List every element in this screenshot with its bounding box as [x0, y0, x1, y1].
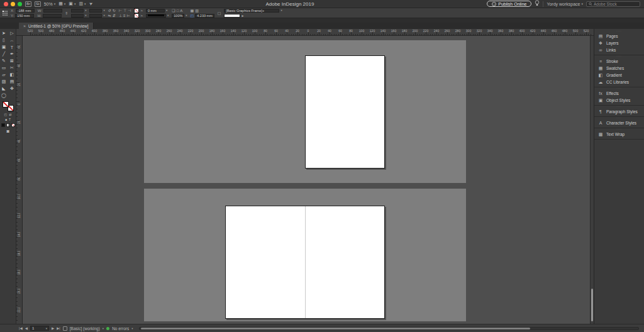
screen-mode-toggle[interactable]: ◙	[6, 129, 9, 133]
align-bottom-icon[interactable]: ⊥	[119, 14, 122, 18]
more-options-icon[interactable]: ▸	[242, 14, 243, 18]
height-field[interactable]	[43, 14, 62, 18]
vertical-ruler[interactable]: 604020020406080100120140160180200220	[16, 36, 23, 324]
tool-zoom-tool[interactable]: ◯	[0, 92, 8, 99]
preflight-profile[interactable]: [Basic] (working)	[70, 326, 100, 331]
horizontal-scrollbar-thumb[interactable]	[141, 328, 530, 329]
fill-swatch-none[interactable]	[134, 8, 139, 13]
publish-online-button[interactable]: ↑ Publish Online	[487, 1, 531, 7]
panel-tab-layers[interactable]: ❖Layers	[594, 40, 644, 47]
formatting-affects-container-icon[interactable]: ■	[5, 118, 7, 121]
zoom-window-button[interactable]	[18, 2, 22, 6]
panel-tab-paragraph-styles[interactable]: ¶Paragraph Styles	[594, 108, 644, 115]
panel-tab-character-styles[interactable]: ACharacter Styles	[594, 119, 644, 126]
tool-line-tool[interactable]: ╱	[0, 51, 8, 57]
y-position-field[interactable]: 150 mm	[15, 14, 34, 18]
rotate-ccw-icon[interactable]: ↺	[108, 9, 111, 13]
scale-x-field[interactable]	[71, 9, 84, 13]
tool-gradient-feather-tool[interactable]: ▨	[0, 79, 8, 85]
document-spread-2-3[interactable]	[225, 206, 385, 319]
vertical-scrollbar[interactable]	[590, 36, 594, 324]
tool-rectangle-tool[interactable]: ▭	[0, 65, 8, 71]
stroke-type-dropdown[interactable]	[146, 14, 166, 18]
stroke-weight-field[interactable]: 0 mm	[146, 9, 165, 13]
tool-pen-tool[interactable]: ✒	[8, 51, 16, 57]
search-input[interactable]	[594, 2, 638, 6]
stroke-menu-arrow[interactable]: >	[140, 14, 143, 18]
learn-bulb-icon[interactable]	[535, 0, 540, 8]
fill-menu-arrow[interactable]: >	[140, 9, 143, 13]
adobe-stock-search[interactable]	[586, 1, 640, 7]
last-page-button[interactable]: ▶|	[57, 326, 60, 330]
bridge-button[interactable]: Br	[25, 1, 31, 7]
pasteboard-viewport[interactable]	[23, 36, 594, 324]
align-top-icon[interactable]: ⊤	[123, 9, 126, 13]
scale-y-field[interactable]	[71, 14, 84, 18]
apply-color-button[interactable]	[1, 123, 5, 127]
rotation-angle-field[interactable]	[89, 9, 102, 13]
tool-content-collector-tool[interactable]: ▣	[0, 44, 8, 50]
horizontal-ruler[interactable]: 5205004804604404204003803603403203002802…	[16, 29, 594, 36]
panel-tab-pages[interactable]: ▤Pages	[594, 33, 644, 40]
tool-pencil-tool[interactable]: ✎	[0, 58, 8, 64]
tool-direct-selection-tool[interactable]: ▷	[8, 30, 16, 36]
tool-free-transform-tool[interactable]: ▱	[0, 72, 8, 78]
panel-tab-text-wrap[interactable]: ▩Text Wrap	[594, 131, 644, 138]
align-right-icon[interactable]: ⊣	[128, 9, 131, 13]
flip-vertical-icon[interactable]: ⇵	[113, 14, 116, 18]
corner-options-icon[interactable]: ◰	[191, 14, 194, 18]
fill-proxy-swatch[interactable]	[3, 101, 9, 108]
shear-angle-field[interactable]	[89, 14, 102, 18]
distribute-icon[interactable]: ≡	[123, 14, 126, 18]
arrange-documents-dropdown[interactable]: ▥ ▾	[79, 1, 86, 6]
swap-fill-stroke-icon[interactable]: ⇄	[9, 113, 11, 116]
apply-gradient-button[interactable]	[6, 123, 10, 127]
effects-icon[interactable]: ❏	[172, 9, 175, 13]
tool-note-tool[interactable]: ▤	[8, 79, 16, 85]
opacity-field[interactable]: 100%	[172, 14, 184, 18]
page-number-dropdown[interactable]: 1 ▾	[30, 326, 49, 331]
default-fill-stroke-icon[interactable]: ◰	[4, 113, 8, 116]
stock-button[interactable]: St	[35, 1, 41, 7]
frame-options-icon[interactable]: ▥	[195, 9, 199, 13]
screen-mode-dropdown[interactable]: ▣ ▾	[69, 1, 75, 6]
panel-tab-cc-libraries[interactable]: ☁CC Libraries	[594, 79, 644, 86]
fill-stroke-proxy[interactable]	[3, 101, 14, 111]
panel-tab-object-styles[interactable]: ▣Object Styles	[594, 97, 644, 104]
view-options-dropdown[interactable]: ▦ ▾	[58, 1, 65, 6]
constrain-proportions-chain-icon[interactable]: ∞	[65, 11, 69, 14]
frame-fitting-icon[interactable]: ▢	[218, 11, 221, 15]
close-tab-icon[interactable]: ×	[23, 24, 26, 28]
panel-tab-swatches[interactable]: ▦Swatches	[594, 65, 644, 72]
tool-selection-tool[interactable]: ➤	[0, 30, 8, 36]
rotate-cw-icon[interactable]: ↻	[113, 9, 116, 13]
zoom-level-dropdown[interactable]: 50% ▾	[44, 2, 56, 6]
first-page-button[interactable]: |◀	[19, 326, 23, 330]
tool-eyedropper-tool[interactable]: ◣	[0, 86, 8, 92]
text-effects-icon[interactable]: A	[180, 9, 182, 13]
document-tab[interactable]: × Untitled-1 @ 50% [GPU Preview]	[19, 23, 94, 29]
width-field[interactable]	[43, 9, 62, 13]
reference-point-proxy[interactable]	[3, 11, 8, 16]
share-icon[interactable]: ➤	[88, 1, 94, 7]
vertical-scrollbar-thumb[interactable]	[591, 289, 593, 321]
previous-page-button[interactable]: ◀	[25, 326, 28, 330]
document-page-1[interactable]	[305, 55, 385, 169]
stroke-swatch-none[interactable]	[134, 13, 139, 18]
formatting-affects-text-icon[interactable]: T	[9, 118, 11, 121]
minimize-window-button[interactable]	[11, 2, 15, 6]
tool-scissors-tool[interactable]: ✂	[8, 65, 16, 71]
horizontal-scrollbar[interactable]	[139, 327, 639, 330]
close-window-button[interactable]	[4, 2, 8, 6]
flip-horizontal-icon[interactable]: ⇋	[108, 14, 111, 18]
wrap-options-icon[interactable]: ▦	[191, 9, 194, 13]
tool-hand-tool[interactable]: ✥	[8, 86, 16, 92]
panel-tab-links[interactable]: ∞Links	[594, 47, 644, 53]
x-position-field[interactable]: -188 mm	[16, 9, 35, 13]
drop-shadow-icon[interactable]: □	[177, 9, 179, 13]
panel-tab-gradient[interactable]: ◧Gradient	[594, 72, 644, 79]
align-left-icon[interactable]: ⊢	[119, 9, 122, 13]
corner-radius-field[interactable]: 4.233 mm	[195, 14, 214, 18]
align-center-icon[interactable]: ⊨	[127, 14, 130, 18]
tool-rectangle-frame-tool[interactable]: ⊠	[8, 58, 16, 64]
